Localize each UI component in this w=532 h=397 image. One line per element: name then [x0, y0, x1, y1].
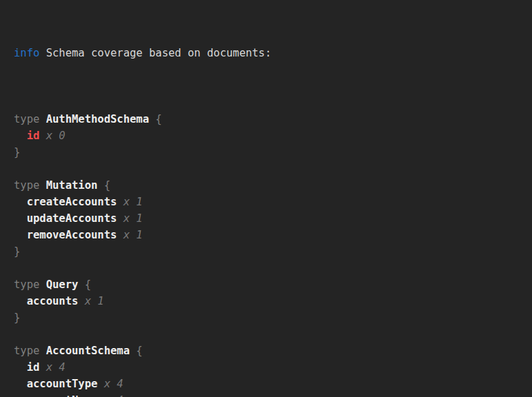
- type-block: type AuthMethodSchema { id x 0}: [14, 111, 532, 161]
- open-brace: {: [78, 278, 91, 291]
- field-indent: [14, 130, 27, 142]
- field-name: accountName: [27, 394, 98, 397]
- close-brace-line: }: [14, 243, 532, 260]
- field-name: removeAccounts: [27, 229, 117, 241]
- field-usage-count: x 0: [39, 130, 65, 142]
- field-name: accountType: [27, 378, 98, 390]
- info-badge: info: [14, 47, 39, 59]
- field-usage-count: x 1: [117, 229, 142, 241]
- field-usage-count: x 4: [97, 378, 123, 390]
- field-indent: [14, 196, 27, 208]
- field-indent: [14, 295, 27, 307]
- field-line: createAccounts x 1: [14, 194, 532, 210]
- close-brace: }: [14, 312, 20, 324]
- field-indent: [14, 212, 27, 225]
- type-keyword: type: [14, 179, 46, 192]
- type-header-line: type AccountSchema {: [14, 343, 532, 359]
- field-line: id x 0: [14, 128, 532, 144]
- spacer: [39, 47, 46, 59]
- open-brace: {: [149, 113, 162, 125]
- coverage-header-line: info Schema coverage based on documents:: [14, 45, 532, 61]
- type-name: AuthMethodSchema: [46, 113, 149, 125]
- close-brace-line: }: [14, 144, 532, 161]
- type-block: type Mutation { createAccounts x 1 updat…: [14, 177, 532, 260]
- coverage-header-text: Schema coverage based on documents:: [46, 47, 272, 59]
- field-line: accountName x 4: [14, 392, 532, 397]
- field-usage-count: x 1: [117, 212, 142, 225]
- field-indent: [14, 361, 27, 374]
- type-header-line: type Mutation {: [14, 177, 532, 194]
- field-line: removeAccounts x 1: [14, 227, 532, 243]
- field-name: id: [27, 130, 40, 142]
- type-name: Mutation: [46, 179, 98, 192]
- type-header-line: type AuthMethodSchema {: [14, 111, 532, 128]
- field-indent: [14, 378, 27, 390]
- type-name: Query: [46, 278, 79, 291]
- field-indent: [14, 229, 27, 241]
- field-line: updateAccounts x 1: [14, 210, 532, 227]
- field-name: updateAccounts: [27, 212, 117, 225]
- field-line: accounts x 1: [14, 293, 532, 309]
- field-name: accounts: [27, 295, 79, 307]
- field-indent: [14, 394, 27, 397]
- type-name: AccountSchema: [46, 345, 130, 357]
- type-block: type AccountSchema { id x 4 accountType …: [14, 343, 532, 397]
- field-line: id x 4: [14, 359, 532, 376]
- open-brace: {: [97, 179, 110, 192]
- field-line: accountType x 4: [14, 376, 532, 392]
- field-usage-count: x 1: [117, 196, 142, 208]
- close-brace: }: [14, 146, 20, 159]
- type-header-line: type Query {: [14, 276, 532, 293]
- open-brace: {: [130, 345, 143, 357]
- close-brace: }: [14, 245, 20, 258]
- field-usage-count: x 1: [78, 295, 104, 307]
- type-keyword: type: [14, 345, 46, 357]
- type-keyword: type: [14, 278, 46, 291]
- field-usage-count: x 4: [97, 394, 123, 397]
- type-keyword: type: [14, 113, 46, 125]
- field-name: id: [27, 361, 40, 374]
- type-blocks: type AuthMethodSchema { id x 0}type Muta…: [14, 111, 532, 397]
- type-block: type Query { accounts x 1}: [14, 276, 532, 326]
- terminal-output[interactable]: info Schema coverage based on documents:…: [0, 0, 532, 397]
- field-usage-count: x 4: [39, 361, 65, 374]
- field-name: createAccounts: [27, 196, 117, 208]
- close-brace-line: }: [14, 309, 532, 326]
